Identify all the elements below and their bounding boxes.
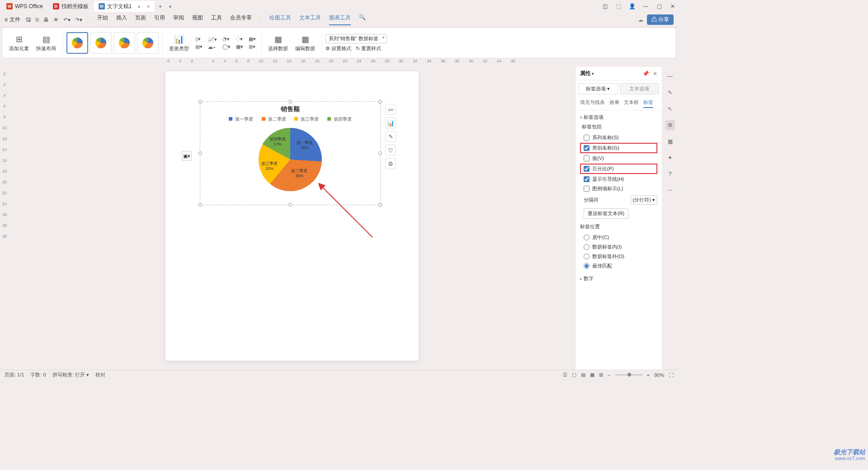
save-icon[interactable]: 🖫 (26, 17, 31, 23)
pencil-icon[interactable]: ✎ (665, 88, 675, 98)
handle-bm[interactable] (288, 203, 292, 207)
section-number[interactable]: 数字 (580, 275, 657, 282)
redo-icon[interactable]: ↷▾ (75, 17, 82, 23)
chk-value[interactable]: 值(V) (580, 154, 657, 163)
canvas[interactable]: ▣▾ 销售额 第一季度 第二季度 第三季度 第四季度 (9, 67, 575, 370)
add-tab-button[interactable]: + (156, 3, 165, 10)
cube-icon[interactable]: ⬚ (615, 3, 622, 9)
pie-dropdown[interactable]: ◔▾ (222, 36, 231, 42)
avatar-icon[interactable]: 👤 (628, 3, 636, 9)
chk-legend-key[interactable]: 图例项标示(L) (580, 184, 657, 193)
close-icon[interactable]: ● (137, 4, 140, 9)
tab-text-options[interactable]: 文本选项 (620, 83, 660, 94)
pie-chart[interactable]: 第一季度26% 第二季度35% 第三季度22% 第四季度17% (200, 128, 380, 191)
line-dropdown[interactable]: 📈▾ (208, 37, 217, 42)
rad-center[interactable]: 居中(C) (580, 233, 657, 242)
collapse-icon[interactable]: — (665, 71, 675, 81)
other-dropdown[interactable]: ▦▾ (249, 36, 256, 42)
rad-inside[interactable]: 数据标签内(I) (580, 242, 657, 252)
handle-tr[interactable] (378, 100, 382, 103)
subtab-effect[interactable]: 效果 (609, 99, 619, 108)
chart-style-3[interactable] (113, 32, 135, 54)
tab-start[interactable]: 开始 (97, 14, 108, 25)
handle-tm[interactable] (288, 100, 292, 103)
tab-chart-tools[interactable]: 图表工具 (329, 14, 351, 25)
chk-series-name[interactable]: 系列名称(S) (580, 133, 657, 142)
handle-mr[interactable] (378, 151, 382, 155)
donut-dropdown[interactable]: ◯▾ (222, 44, 231, 50)
scatter-dropdown[interactable]: ⁛▾ (236, 36, 243, 42)
tab-reference[interactable]: 引用 (154, 14, 165, 25)
layers-icon[interactable]: ▦ (665, 136, 675, 146)
bar2-dropdown[interactable]: ▤▾ (195, 44, 203, 50)
subtab-label[interactable]: 标签 (643, 99, 653, 108)
tab-template[interactable]: D 找稻壳模板 (48, 1, 93, 12)
quick-layout-button[interactable]: ▤ 快速布局 (33, 34, 59, 52)
select-icon[interactable]: ↖ (665, 104, 675, 114)
area-dropdown[interactable]: ⛰▾ (208, 44, 217, 50)
handle-ml[interactable] (198, 151, 202, 155)
page[interactable]: ▣▾ 销售额 第一季度 第二季度 第三季度 第四季度 (165, 71, 419, 361)
more-dropdown[interactable]: ⊞▾ (249, 44, 256, 50)
more-icon[interactable]: ⋯ (665, 185, 675, 195)
fit-icon[interactable]: ⛶ (669, 372, 674, 378)
rad-bestfit[interactable]: 最佳匹配 (580, 261, 657, 271)
bar-dropdown[interactable]: ▯▾ (195, 36, 203, 42)
edit-data-button[interactable]: ▦ 编辑数据 (292, 34, 318, 52)
page-info[interactable]: 页面: 1/1 (5, 371, 24, 378)
tab-review[interactable]: 审阅 (173, 14, 184, 25)
view-mode-1[interactable]: ☰ (563, 372, 567, 378)
chart-settings-button[interactable]: ⚙ (385, 158, 396, 169)
print-icon[interactable]: 🖶 (43, 17, 49, 23)
close-window-icon[interactable]: ✕ (669, 3, 676, 9)
handle-br[interactable] (378, 203, 382, 207)
word-count[interactable]: 字数: 0 (30, 371, 46, 378)
section-label-options[interactable]: 标签选项 (580, 114, 657, 121)
file-menu[interactable]: ≡ 文件 (5, 16, 20, 24)
chart-object[interactable]: 销售额 第一季度 第二季度 第三季度 第四季度 第一季度26% 第二季度35% … (200, 101, 381, 205)
tab-tools[interactable]: 工具 (211, 14, 222, 25)
series-dropdown[interactable]: 系列"销售额" 数据标签 (326, 34, 387, 43)
view-mode-2[interactable]: ▢ (572, 372, 576, 378)
chart-styles-button[interactable]: 📊 (385, 118, 396, 128)
chart-edit-button[interactable]: ✎ (385, 131, 396, 142)
tab-view[interactable]: 视图 (192, 14, 203, 25)
zoom-out[interactable]: − (608, 372, 610, 378)
view-mode-4[interactable]: ▦ (590, 372, 594, 378)
chart-style-1[interactable] (66, 32, 88, 54)
add-element-button[interactable]: ⊞ 添加元素 (6, 34, 32, 52)
tab-member[interactable]: 会员专享 (230, 14, 252, 25)
separator-select[interactable]: (分行符) ▾ (631, 195, 657, 205)
chk-leader-lines[interactable]: 显示引导线(H) (580, 174, 657, 184)
tab-text-tools[interactable]: 文本工具 (299, 14, 321, 25)
subtab-textbox[interactable]: 文本框 (624, 99, 639, 108)
chart-filter-button[interactable]: ▽ (385, 145, 396, 155)
tab-list-button[interactable]: ▾ (165, 4, 175, 9)
layout-options-button[interactable]: ▣▾ (182, 151, 192, 161)
set-format-button[interactable]: ⚙ 设置格式 (326, 45, 351, 52)
tab-insert[interactable]: 插入 (116, 14, 127, 25)
combo-dropdown[interactable]: ▦▾ (236, 44, 243, 50)
minimize-icon[interactable]: — (642, 3, 649, 9)
select-data-button[interactable]: ▦ 选择数据 (265, 34, 291, 52)
zoom-level[interactable]: 90% (654, 372, 664, 378)
proofing[interactable]: 校对 (95, 371, 105, 378)
share-button[interactable]: 凸 分享 (647, 14, 674, 25)
window-dup-icon[interactable]: ◫ (601, 3, 609, 9)
reset-label-button[interactable]: 重设标签文本(R) (584, 208, 628, 219)
chk-category-name[interactable]: 类别名称(G) (580, 143, 657, 153)
settings-icon[interactable]: ⚙ (665, 120, 675, 130)
rad-outside[interactable]: 数据标签外(O) (580, 252, 657, 261)
close-panel-icon[interactable]: ✕ (653, 70, 657, 77)
zoom-in[interactable]: + (647, 372, 650, 378)
view-mode-3[interactable]: ▤ (581, 372, 585, 378)
subtab-fill[interactable]: 填充与线条 (580, 99, 605, 108)
tab-document[interactable]: W 文字文稿1 ● ✕ (94, 1, 155, 12)
chart-style-4[interactable] (137, 32, 159, 54)
tab-label-options[interactable]: 标签选项 ▾ (578, 83, 618, 94)
tab-close-icon[interactable]: ✕ (146, 4, 150, 9)
chart-elements-button[interactable]: ≔ (385, 104, 396, 115)
chart-style-2[interactable] (90, 32, 112, 54)
zoom-slider[interactable] (615, 374, 642, 376)
undo-icon[interactable]: ↶▾ (63, 17, 71, 23)
